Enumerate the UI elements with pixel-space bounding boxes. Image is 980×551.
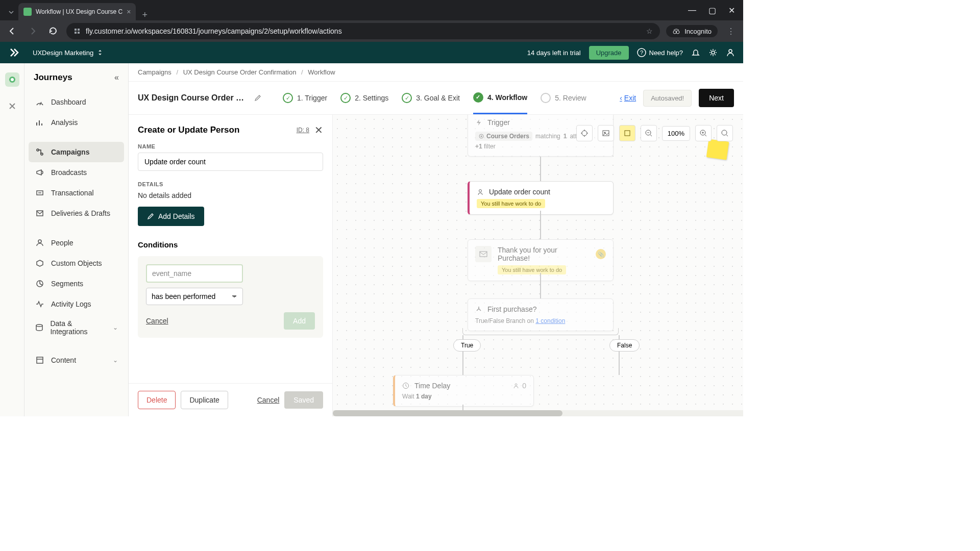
duplicate-button[interactable]: Duplicate <box>181 391 228 409</box>
breadcrumb-workflow: Workflow <box>308 68 335 76</box>
detail-panel: Create or Update Person ID: 8 ✕ NAME DET… <box>129 115 333 416</box>
condition-cancel-link[interactable]: Cancel <box>146 317 168 325</box>
product-rail <box>0 63 24 416</box>
close-tab-icon[interactable]: × <box>127 8 131 16</box>
sidebar-item-deliveries[interactable]: Deliveries & Drafts <box>29 203 124 223</box>
node-first-purchase[interactable]: First purchase? True/False Branch on 1 c… <box>468 298 614 331</box>
scrollbar-thumb[interactable] <box>333 410 562 416</box>
maximize-icon[interactable]: ▢ <box>708 6 716 15</box>
tab-search-icon[interactable] <box>4 4 18 20</box>
close-window-icon[interactable]: ✕ <box>728 6 735 15</box>
sticky-note[interactable] <box>706 139 729 160</box>
work-badge: You still have work to do <box>477 199 545 208</box>
node-time-delay[interactable]: Time Delay 0 Wait 1 day <box>393 375 534 407</box>
new-tab-button[interactable]: + <box>136 10 154 20</box>
help-button[interactable]: ? Need help? <box>637 48 683 57</box>
workspace-selector[interactable]: UXDesign Marketing <box>33 49 103 57</box>
content-icon <box>35 355 45 365</box>
rail-journeys-icon[interactable] <box>5 72 19 87</box>
reload-icon[interactable] <box>46 24 60 38</box>
step-trigger[interactable]: ✓1. Trigger <box>283 92 327 104</box>
svg-rect-19 <box>37 357 43 363</box>
notifications-icon[interactable] <box>691 48 700 57</box>
minimize-icon[interactable]: — <box>688 6 696 15</box>
condition-add-button[interactable]: Add <box>284 312 315 330</box>
sidebar-item-custom-objects[interactable]: Custom Objects <box>29 253 124 273</box>
step-review[interactable]: 5. Review <box>541 92 586 104</box>
branch-icon <box>475 306 482 313</box>
branch-true[interactable]: True <box>453 339 481 352</box>
condition-operator-select[interactable]: has been performed <box>146 288 243 305</box>
horizontal-scrollbar[interactable] <box>333 410 743 416</box>
sidebar-item-analysis[interactable]: Analysis <box>29 112 124 133</box>
incognito-badge[interactable]: Incognito <box>666 25 718 37</box>
workflow-canvas[interactable]: 100% Trigger Course Orders <box>333 115 743 416</box>
segments-icon <box>35 279 45 289</box>
sidebar-item-content[interactable]: Content ⌄ <box>29 350 124 370</box>
analysis-icon <box>35 117 45 128</box>
campaign-title: UX Design Course Order Confir… <box>138 93 245 103</box>
exit-link[interactable]: ‹Exit <box>620 94 636 102</box>
collapse-sidebar-icon[interactable]: « <box>114 73 119 82</box>
clock-icon <box>402 382 409 389</box>
edit-title-icon[interactable] <box>254 94 261 102</box>
bookmark-icon[interactable]: ☆ <box>646 27 653 35</box>
conditions-title: Conditions <box>138 240 323 249</box>
profile-icon[interactable] <box>726 48 735 57</box>
zoom-out-icon[interactable] <box>641 125 657 141</box>
next-button[interactable]: Next <box>699 89 734 107</box>
menu-icon[interactable]: ⋮ <box>724 24 738 38</box>
footer-cancel-link[interactable]: Cancel <box>257 396 280 404</box>
canvas-image-icon[interactable] <box>598 125 614 141</box>
transactional-icon <box>35 188 45 198</box>
rail-secondary-icon[interactable] <box>5 99 19 113</box>
canvas-toolbar: 100% <box>576 125 733 141</box>
browser-toolbar: fly.customer.io/workspaces/160831/journe… <box>0 20 743 42</box>
zoom-level[interactable]: 100% <box>662 126 690 141</box>
details-label: DETAILS <box>138 181 323 187</box>
breadcrumb-campaigns[interactable]: Campaigns <box>138 68 172 76</box>
sidebar-item-transactional[interactable]: Transactional <box>29 183 124 203</box>
url-bar[interactable]: fly.customer.io/workspaces/160831/journe… <box>66 23 660 39</box>
sidebar-item-activity-logs[interactable]: Activity Logs <box>29 294 124 314</box>
sidebar-title: Journeys <box>34 72 72 83</box>
tab-title: Workflow | UX Design Course C <box>36 8 122 15</box>
delete-button[interactable]: Delete <box>138 391 176 409</box>
sidebar-item-broadcasts[interactable]: Broadcasts <box>29 162 124 183</box>
close-panel-icon[interactable]: ✕ <box>314 124 323 136</box>
upgrade-button[interactable]: Upgrade <box>589 46 629 60</box>
breadcrumb-campaign-name[interactable]: UX Design Course Order Confirmation <box>183 68 297 76</box>
sidebar-item-people[interactable]: People <box>29 233 124 253</box>
site-info-icon[interactable] <box>74 28 81 35</box>
back-icon[interactable] <box>5 24 19 38</box>
canvas-hint-icon[interactable] <box>576 125 593 141</box>
step-workflow[interactable]: ✓4. Workflow <box>473 92 527 114</box>
svg-point-26 <box>722 130 727 135</box>
panel-id-link[interactable]: ID: 8 <box>297 127 309 134</box>
zoom-in-icon[interactable] <box>695 125 712 141</box>
condition-link[interactable]: 1 condition <box>535 317 565 324</box>
name-input[interactable] <box>138 153 323 171</box>
svg-point-16 <box>38 240 41 243</box>
step-goal-exit[interactable]: ✓3. Goal & Exit <box>402 92 460 104</box>
sidebar-item-segments[interactable]: Segments <box>29 273 124 294</box>
canvas-note-icon[interactable] <box>619 125 635 141</box>
add-details-button[interactable]: Add Details <box>138 207 204 226</box>
branch-false[interactable]: False <box>609 339 640 352</box>
node-update-order-count[interactable]: Update order count You still have work t… <box>468 181 614 215</box>
settings-icon[interactable] <box>708 48 718 57</box>
chevron-down-icon: ⌄ <box>113 357 118 364</box>
app-logo-icon[interactable] <box>8 46 20 59</box>
email-icon <box>475 246 492 262</box>
sidebar-item-campaigns[interactable]: Campaigns <box>29 142 124 162</box>
sidebar-item-dashboard[interactable]: Dashboard <box>29 92 124 112</box>
deliveries-icon <box>35 208 45 218</box>
browser-tab[interactable]: Workflow | UX Design Course C × <box>18 3 136 20</box>
step-settings[interactable]: ✓2. Settings <box>340 92 388 104</box>
people-icon <box>35 238 45 248</box>
target-icon <box>478 133 484 139</box>
search-icon[interactable] <box>717 125 733 141</box>
sidebar-item-data-integrations[interactable]: Data & Integrations ⌄ <box>29 314 124 341</box>
svg-point-28 <box>481 136 482 137</box>
event-name-input[interactable] <box>146 264 243 283</box>
